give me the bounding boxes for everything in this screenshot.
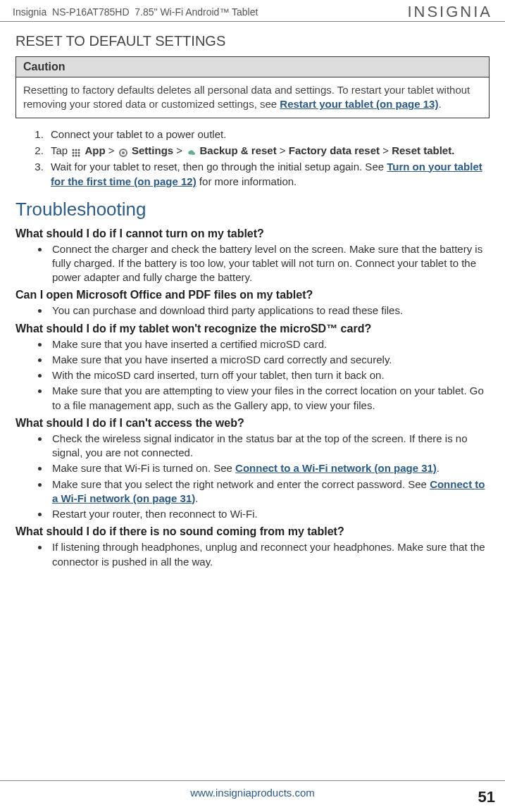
q2-bullet-1: You can purchase and download third part…: [49, 304, 490, 318]
backup-label: Backup & reset: [199, 144, 276, 156]
page-footer: www.insigniaproducts.com: [0, 780, 505, 799]
q3-list: Make sure that you have inserted a certi…: [49, 337, 490, 413]
steps-list: Connect your tablet to a power outlet. T…: [46, 127, 490, 189]
gt-1: >: [106, 144, 118, 156]
footer-url[interactable]: www.insigniaproducts.com: [190, 787, 315, 799]
q4-b3-after: .: [195, 492, 198, 504]
step-2: Tap App > Settings > Backup & reset > Fa…: [46, 143, 490, 158]
svg-point-4: [75, 151, 77, 154]
caution-label: Caution: [16, 57, 489, 77]
q5-heading: What should I do if there is no sound co…: [15, 525, 490, 538]
model-number: NS-P16AT785HD: [52, 6, 129, 18]
gt-4: >: [380, 144, 392, 156]
product-name: 7.85" Wi-Fi Android™ Tablet: [135, 6, 258, 18]
brand-name: Insignia: [13, 6, 46, 18]
q3-bullet-2: Make sure that you have inserted a micro…: [49, 353, 490, 367]
q5-bullet-1: If listening through headphones, unplug …: [49, 540, 490, 569]
svg-point-7: [75, 154, 77, 156]
q3-bullet-3: With the micoSD card inserted, turn off …: [49, 368, 490, 382]
q4-b3-before: Make sure that you select the right netw…: [52, 478, 430, 490]
settings-label: Settings: [132, 144, 173, 156]
step-3-before: Wait for your tablet to reset, then go t…: [51, 161, 387, 173]
page-content: RESET TO DEFAULT SETTINGS Caution Resett…: [0, 22, 505, 569]
settings-gear-icon: [118, 146, 128, 156]
q4-bullet-4: Restart your router, then reconnect to W…: [49, 507, 490, 521]
brand-logo: INSIGNIA: [407, 3, 492, 21]
q4-b2-after: .: [437, 462, 439, 474]
q3-bullet-1: Make sure that you have inserted a certi…: [49, 337, 490, 351]
svg-point-5: [78, 151, 80, 154]
q1-bullet-1: Connect the charger and check the batter…: [49, 242, 490, 285]
footer-divider: [0, 780, 505, 781]
q1-list: Connect the charger and check the batter…: [49, 242, 490, 285]
q3-heading: What should I do if my tablet won't reco…: [15, 323, 490, 335]
q4-bullet-3: Make sure that you select the right netw…: [49, 477, 490, 506]
svg-point-1: [75, 149, 77, 151]
q2-list: You can purchase and download third part…: [49, 304, 490, 318]
wifi-link-1[interactable]: Connect to a Wi-Fi network (on page 31): [235, 462, 437, 474]
q4-bullet-1: Check the wireless signal indicator in t…: [49, 432, 490, 461]
q3-bullet-4: Make sure that you are attempting to vie…: [49, 384, 490, 413]
app-label: App: [85, 144, 106, 156]
reset-tablet-label: Reset tablet.: [392, 144, 454, 156]
caution-body: Resetting to factory defaults deletes al…: [16, 77, 489, 118]
factory-label: Factory data reset: [289, 144, 380, 156]
q4-bullet-2: Make sure that Wi-Fi is turned on. See C…: [49, 461, 490, 475]
q4-heading: What should I do if I can't access the w…: [15, 417, 490, 430]
svg-point-8: [78, 154, 80, 156]
q4-list: Check the wireless signal indicator in t…: [49, 432, 490, 522]
step-1: Connect your tablet to a power outlet.: [46, 127, 490, 142]
svg-point-3: [73, 151, 75, 154]
section-title: RESET TO DEFAULT SETTINGS: [15, 33, 490, 49]
q1-heading: What should I do if I cannot turn on my …: [15, 227, 490, 240]
q4-b2-before: Make sure that Wi-Fi is turned on. See: [52, 462, 235, 474]
svg-point-10: [122, 151, 125, 154]
step-2-tap: Tap: [51, 144, 70, 156]
step-3-after: for more information.: [197, 175, 297, 187]
q5-list: If listening through headphones, unplug …: [49, 540, 490, 569]
svg-point-6: [73, 154, 75, 156]
page-header: Insignia NS-P16AT785HD 7.85" Wi-Fi Andro…: [0, 0, 505, 22]
backup-cloud-icon: [186, 146, 196, 156]
header-product-info: Insignia NS-P16AT785HD 7.85" Wi-Fi Andro…: [13, 6, 258, 18]
restart-tablet-link[interactable]: Restart your tablet (on page 13): [280, 98, 438, 110]
caution-text-after: .: [438, 98, 441, 110]
gt-2: >: [173, 144, 185, 156]
svg-point-2: [78, 149, 80, 151]
troubleshooting-title: Troubleshooting: [15, 199, 490, 220]
gt-3: >: [277, 144, 289, 156]
q2-heading: Can I open Microsoft Office and PDF file…: [15, 289, 490, 301]
app-grid-icon: [71, 146, 81, 156]
svg-point-0: [73, 149, 75, 151]
caution-box: Caution Resetting to factory defaults de…: [15, 56, 490, 118]
step-3: Wait for your tablet to reset, then go t…: [46, 159, 490, 189]
page-number: 51: [478, 788, 495, 806]
